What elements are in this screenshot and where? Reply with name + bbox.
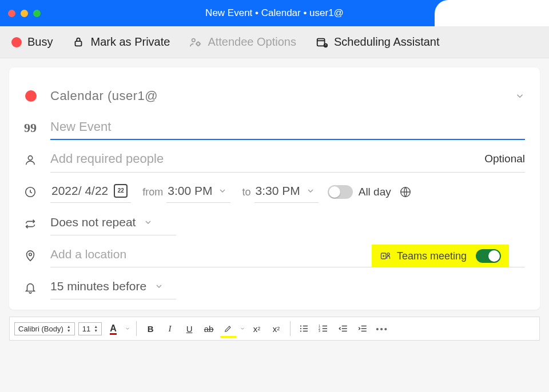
lock-icon xyxy=(72,36,85,49)
stepper-icon: ▲▼ xyxy=(67,325,71,333)
strikethrough-button[interactable]: ab xyxy=(201,321,217,337)
italic-button[interactable]: I xyxy=(162,321,178,337)
chevron-down-icon xyxy=(218,186,227,195)
start-time-picker[interactable]: 3:00 PM xyxy=(166,182,230,203)
numbered-list-button[interactable]: 123 xyxy=(316,321,332,337)
font-color-button[interactable]: A xyxy=(105,321,121,337)
location-row: Add a location Teams meeting xyxy=(24,240,525,272)
svg-point-5 xyxy=(28,156,32,160)
to-label: to xyxy=(242,186,250,198)
scheduling-assistant-button[interactable]: Scheduling Assistant xyxy=(316,35,440,49)
bulleted-list-button[interactable] xyxy=(296,321,312,337)
event-title-input[interactable] xyxy=(50,116,525,140)
required-people-placeholder[interactable]: Add required people xyxy=(50,151,164,166)
chevron-down-icon xyxy=(306,186,315,195)
mark-private-button[interactable]: Mark as Private xyxy=(72,35,170,49)
chevron-down-icon[interactable] xyxy=(125,326,130,331)
toolbar-divider xyxy=(136,321,137,336)
font-family-select[interactable]: Calibri (Body) ▲▼ xyxy=(14,322,75,335)
svg-point-12 xyxy=(300,328,301,329)
globe-icon[interactable] xyxy=(399,186,412,198)
start-time-value: 3:00 PM xyxy=(168,184,212,198)
title-blank-space xyxy=(435,0,549,26)
clock-icon xyxy=(24,186,50,198)
numbered-list-icon: 123 xyxy=(319,323,329,334)
repeat-value: Does not repeat xyxy=(50,215,136,229)
format-toolbar: Calibri (Body) ▲▼ 11 ▲▼ A B I U ab x2 x2… xyxy=(9,317,540,341)
all-day-toggle[interactable] xyxy=(328,185,353,199)
optional-attendees-link[interactable]: Optional xyxy=(484,153,525,165)
outdent-button[interactable] xyxy=(335,321,351,337)
svg-text:3: 3 xyxy=(319,329,320,333)
underline-button[interactable]: U xyxy=(181,321,197,337)
toolbar-divider xyxy=(290,321,291,336)
event-toolbar: Busy Mark as Private Attendee Options Sc… xyxy=(0,26,549,58)
highlight-button[interactable] xyxy=(220,321,236,337)
teams-meeting-highlight: Teams meeting xyxy=(372,245,509,267)
window-titlebar: New Event • Calendar • user1@ xyxy=(0,0,549,26)
person-icon xyxy=(24,154,50,166)
highlighter-icon xyxy=(224,324,233,333)
repeat-row: Does not repeat xyxy=(24,208,525,240)
reminder-row: 15 minutes before xyxy=(24,272,525,304)
svg-rect-0 xyxy=(75,41,82,46)
stepper-icon: ▲▼ xyxy=(94,325,98,333)
calendar-color-dot-icon xyxy=(25,90,37,102)
minimize-window-button[interactable] xyxy=(21,10,28,17)
outdent-icon xyxy=(338,323,348,334)
reminder-value: 15 minutes before xyxy=(50,279,146,293)
subscript-button[interactable]: x2 xyxy=(268,321,284,337)
repeat-selector[interactable]: Does not repeat xyxy=(50,213,176,235)
teams-icon xyxy=(380,250,391,262)
svg-rect-3 xyxy=(317,38,325,46)
from-label: from xyxy=(142,186,163,198)
busy-status-button[interactable]: Busy xyxy=(11,35,53,49)
repeat-icon xyxy=(24,218,50,230)
end-time-picker[interactable]: 3:30 PM xyxy=(254,182,319,203)
date-picker[interactable]: 2022/ 4/22 22 xyxy=(50,182,131,203)
location-placeholder: Add a location xyxy=(50,247,126,261)
location-pin-icon xyxy=(24,250,50,262)
svg-point-1 xyxy=(192,38,196,42)
traffic-lights xyxy=(8,10,41,17)
window-title: New Event • Calendar • user1@ xyxy=(205,7,344,19)
event-form-card: Calendar (user1@ 99 Add required people … xyxy=(9,67,540,310)
font-size-value: 11 xyxy=(82,325,90,333)
indent-icon xyxy=(357,323,368,334)
close-window-button[interactable] xyxy=(8,10,15,17)
date-value: 2022/ 4/22 xyxy=(51,184,108,198)
reminder-selector[interactable]: 15 minutes before xyxy=(50,277,176,299)
svg-point-13 xyxy=(300,330,301,331)
mini-calendar-icon: 22 xyxy=(114,184,128,198)
svg-point-10 xyxy=(387,253,389,255)
chevron-down-icon xyxy=(154,282,164,291)
bullet-list-icon xyxy=(299,323,309,334)
font-family-value: Calibri (Body) xyxy=(18,325,63,333)
attendees-row: Add required people Optional xyxy=(24,144,525,176)
indent-button[interactable] xyxy=(355,321,371,337)
chevron-down-icon xyxy=(144,218,153,227)
attendee-options-button[interactable]: Attendee Options xyxy=(189,35,296,49)
all-day-label: All day xyxy=(359,186,391,198)
bold-button[interactable]: B xyxy=(142,321,158,337)
font-size-select[interactable]: 11 ▲▼ xyxy=(78,322,102,335)
attendee-options-label: Attendee Options xyxy=(208,35,296,49)
teams-meeting-toggle[interactable] xyxy=(476,249,501,263)
svg-point-2 xyxy=(197,42,200,46)
more-format-button[interactable]: ••• xyxy=(374,321,390,337)
chevron-down-icon[interactable] xyxy=(240,326,245,331)
teams-meeting-label: Teams meeting xyxy=(397,250,467,262)
quote-icon: 99 xyxy=(24,121,37,135)
people-gear-icon xyxy=(189,36,202,49)
maximize-window-button[interactable] xyxy=(33,10,41,17)
scheduling-assistant-label: Scheduling Assistant xyxy=(334,35,440,49)
busy-status-dot-icon xyxy=(11,37,22,47)
end-time-value: 3:30 PM xyxy=(256,184,300,198)
superscript-button[interactable]: x2 xyxy=(249,321,265,337)
private-label: Mark as Private xyxy=(90,35,170,49)
chevron-down-icon xyxy=(515,91,525,101)
calendar-check-icon xyxy=(316,36,328,49)
calendar-selector-row[interactable]: Calendar (user1@ xyxy=(24,80,525,112)
bell-icon xyxy=(24,282,50,294)
font-color-icon: A xyxy=(110,323,117,334)
